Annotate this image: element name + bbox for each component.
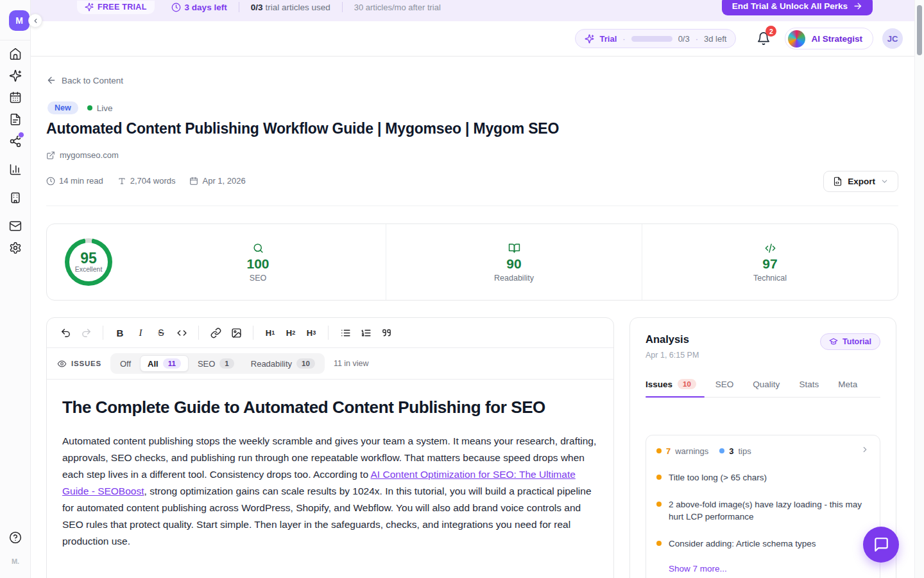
free-trial-label: FREE TRIAL — [98, 3, 147, 12]
divider — [328, 326, 329, 340]
user-avatar[interactable]: JC — [882, 28, 903, 49]
article-editor[interactable]: The Complete Guide to Automated Content … — [47, 380, 613, 550]
italic-button[interactable]: I — [131, 323, 150, 342]
analysis-title: Analysis — [646, 333, 699, 346]
tips-label: tips — [739, 446, 751, 456]
tab-issues[interactable]: Issues 10 — [646, 379, 696, 389]
file-export-icon — [833, 177, 843, 186]
sidebar-item-content[interactable] — [9, 113, 22, 126]
book-open-icon — [508, 242, 520, 254]
sidebar-item-company[interactable] — [9, 191, 22, 204]
tab-seo[interactable]: SEO — [715, 380, 734, 389]
filter-off[interactable]: Off — [112, 356, 139, 372]
divider — [253, 326, 253, 340]
sidebar-item-home[interactable] — [9, 48, 22, 60]
analysis-panel: Analysis Apr 1, 6:15 PM Tutorial Issues … — [629, 317, 896, 578]
tab-quality[interactable]: Quality — [753, 380, 780, 389]
filter-readability[interactable]: Readability10 — [243, 355, 323, 372]
image-button[interactable] — [227, 323, 246, 342]
issue-item[interactable]: Title too long (> 65 chars) — [656, 471, 869, 484]
end-trial-button[interactable]: End Trial & Unlock All Perks — [722, 0, 873, 15]
show-more-link[interactable]: Show 7 more... — [669, 564, 869, 574]
page-title: Automated Content Publishing Workflow Gu… — [46, 120, 559, 137]
arrow-left-icon — [46, 75, 56, 85]
sidebar-footer-logo: M. — [0, 557, 31, 565]
tutorial-button[interactable]: Tutorial — [820, 333, 880, 350]
filter-all-count: 11 — [163, 358, 181, 369]
ordered-list-button[interactable] — [356, 323, 375, 342]
filter-all[interactable]: All11 — [140, 355, 189, 372]
overall-score: 95 Excellent — [47, 224, 130, 300]
active-tab-underline — [646, 396, 705, 398]
sidebar-item-settings[interactable] — [9, 241, 22, 254]
main-content: Back to Content New Live Automated Conte… — [31, 57, 914, 578]
heading3-button[interactable]: H3 — [302, 323, 321, 342]
word-count-label: 2,704 words — [130, 176, 176, 186]
document-icon — [9, 113, 22, 126]
trial-status-pill[interactable]: Trial · 0/3 · 3d left — [575, 29, 737, 48]
graduation-cap-icon — [829, 337, 838, 346]
share-notification-badge — [18, 132, 24, 138]
ai-strategist-button[interactable]: AI Strategist — [785, 28, 873, 49]
sidebar-item-ai[interactable] — [9, 69, 22, 82]
scrollbar-track[interactable] — [914, 0, 924, 578]
divider — [239, 2, 239, 12]
sidebar-item-help[interactable] — [9, 531, 22, 544]
article-meta: 14 min read 2,704 words Apr 1, 2026 — [46, 176, 246, 186]
blockquote-button[interactable] — [377, 323, 396, 342]
filter-off-label: Off — [120, 359, 131, 369]
domain-link[interactable]: mygomseo.com — [46, 150, 119, 160]
bullet-list-button[interactable] — [336, 323, 355, 342]
inline-code-button[interactable] — [172, 323, 191, 342]
issues-label-group: ISSUES — [57, 359, 101, 369]
strikethrough-button[interactable]: S — [151, 323, 171, 342]
eye-icon — [57, 359, 67, 369]
heading1-button[interactable]: H1 — [261, 323, 280, 342]
seo-score-label: SEO — [250, 274, 266, 283]
issue-text: Consider adding: Article schema types — [669, 538, 816, 550]
end-trial-label: End Trial & Unlock All Perks — [732, 1, 848, 11]
undo-button[interactable] — [56, 323, 75, 342]
issues-filter-segment: Off All11 SEO1 Readability10 — [110, 353, 325, 374]
divider — [0, 40, 31, 40]
issues-summary-header[interactable]: 7 warnings 3 tips — [656, 445, 869, 457]
sidebar-item-mail[interactable] — [9, 220, 22, 232]
notifications-button[interactable]: 2 — [757, 31, 771, 46]
filter-readability-count: 10 — [296, 358, 315, 369]
issue-item[interactable]: 2 above-fold image(s) have lazy loading … — [656, 498, 869, 523]
overall-score-value: 95 — [80, 251, 97, 265]
export-button[interactable]: Export — [823, 171, 898, 192]
tab-meta[interactable]: Meta — [838, 380, 857, 389]
technical-score: 97 Technical — [642, 224, 898, 300]
chevron-down-icon — [880, 177, 889, 186]
back-to-content-link[interactable]: Back to Content — [46, 75, 123, 85]
tip-dot-icon — [719, 448, 724, 453]
bullet-list-icon — [340, 328, 351, 338]
app-logo[interactable]: M — [9, 10, 30, 31]
editor-toolbar: B I S H1 H2 H3 — [47, 318, 613, 348]
sidebar-item-analytics[interactable] — [9, 163, 22, 176]
sidebar-item-calendar[interactable] — [9, 91, 22, 104]
bold-button[interactable]: B — [110, 323, 130, 342]
trial-label: Trial — [600, 34, 617, 44]
tutorial-label: Tutorial — [843, 337, 871, 346]
chat-fab-button[interactable] — [863, 527, 899, 563]
sidebar-item-share[interactable] — [9, 135, 22, 148]
scrollbar-thumb[interactable] — [917, 5, 922, 55]
sidebar-collapse-button[interactable] — [28, 13, 42, 28]
link-icon — [210, 328, 221, 338]
redo-icon — [81, 328, 92, 338]
tab-stats[interactable]: Stats — [799, 380, 819, 389]
technical-score-label: Technical — [753, 274, 787, 283]
issue-item[interactable]: Consider adding: Article schema types — [656, 538, 869, 550]
search-icon — [252, 242, 264, 254]
link-button[interactable] — [206, 323, 225, 342]
score-summary-card: 95 Excellent 100 SEO 90 Readability 97 T… — [46, 223, 898, 301]
chat-bubble-icon — [873, 536, 889, 553]
filter-seo[interactable]: SEO1 — [190, 355, 242, 372]
heading2-button[interactable]: H2 — [281, 323, 300, 342]
chevron-right-icon[interactable] — [860, 445, 869, 457]
redo-button[interactable] — [76, 323, 96, 342]
calendar-icon — [189, 177, 198, 186]
trial-days-left: 3d left — [704, 34, 726, 44]
